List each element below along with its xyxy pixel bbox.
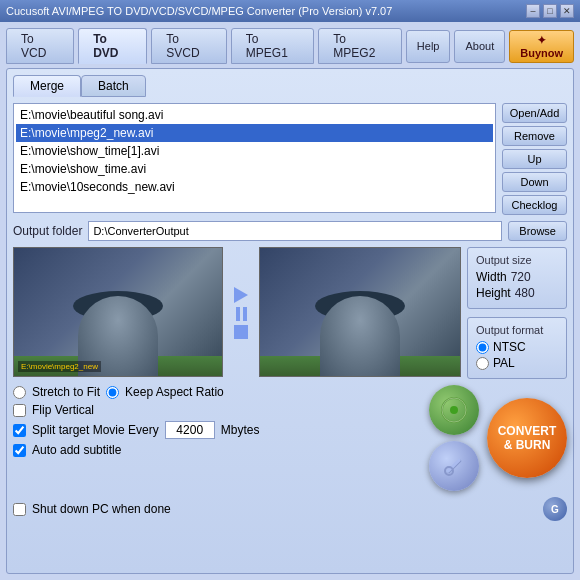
file-list-area: E:\movie\beautiful song.avi E:\movie\mpe… bbox=[13, 103, 567, 215]
pal-radio[interactable] bbox=[476, 357, 489, 370]
inner-tabs: Merge Batch bbox=[13, 75, 567, 97]
corner-logo: G bbox=[543, 497, 567, 521]
tab-batch[interactable]: Batch bbox=[81, 75, 146, 97]
tab-vcd[interactable]: To VCD bbox=[6, 28, 74, 64]
file-item[interactable]: E:\movie\beautiful song.avi bbox=[16, 106, 493, 124]
file-list[interactable]: E:\movie\beautiful song.avi E:\movie\mpe… bbox=[13, 103, 496, 213]
close-button[interactable]: ✕ bbox=[560, 4, 574, 18]
pause-icon[interactable] bbox=[236, 307, 247, 321]
file-item[interactable]: E:\movie\show_time[1].avi bbox=[16, 142, 493, 160]
convert-burn-button[interactable]: CONVERT & BURN bbox=[487, 398, 567, 478]
aspect-radio[interactable] bbox=[106, 386, 119, 399]
file-item-selected[interactable]: E:\movie\mpeg2_new.avi bbox=[16, 124, 493, 142]
help-button[interactable]: Help bbox=[406, 30, 451, 63]
buy-button[interactable]: ✦ Buynow bbox=[509, 30, 574, 63]
maximize-button[interactable]: □ bbox=[543, 4, 557, 18]
content-area: Merge Batch E:\movie\beautiful song.avi … bbox=[6, 68, 574, 574]
tab-merge[interactable]: Merge bbox=[13, 75, 81, 97]
split-value-input[interactable] bbox=[165, 421, 215, 439]
output-folder-input[interactable] bbox=[88, 221, 502, 241]
pause-bar-2 bbox=[243, 307, 247, 321]
down-button[interactable]: Down bbox=[502, 172, 567, 192]
aspect-label: Keep Aspect Ratio bbox=[125, 385, 224, 399]
figure-right bbox=[320, 296, 400, 376]
checklog-button[interactable]: Checklog bbox=[502, 195, 567, 215]
tab-mpeg1[interactable]: To MPEG1 bbox=[231, 28, 315, 64]
flip-label: Flip Vertical bbox=[32, 403, 94, 417]
minimize-button[interactable]: – bbox=[526, 4, 540, 18]
up-button[interactable]: Up bbox=[502, 149, 567, 169]
preview-left: E:\movie\mpeg2_new bbox=[13, 247, 223, 377]
pal-label: PAL bbox=[493, 356, 515, 370]
width-value: 720 bbox=[511, 270, 531, 284]
video-thumbnail-right bbox=[260, 248, 460, 376]
bottom-options: Stretch to Fit Keep Aspect Ratio Flip Ve… bbox=[13, 385, 567, 491]
file-buttons: Open/Add Remove Up Down Checklog bbox=[502, 103, 567, 215]
height-row: Height 480 bbox=[476, 286, 558, 300]
dvd-icon bbox=[440, 396, 468, 424]
ntsc-row: NTSC bbox=[476, 340, 558, 354]
width-label: Width bbox=[476, 270, 507, 284]
preview-settings-row: E:\movie\mpeg2_new bbox=[13, 247, 567, 379]
width-row: Width 720 bbox=[476, 270, 558, 284]
height-label: Height bbox=[476, 286, 511, 300]
shutdown-label: Shut down PC when done bbox=[32, 502, 171, 516]
convert-label-2: & BURN bbox=[504, 438, 551, 452]
stretch-radio[interactable] bbox=[13, 386, 26, 399]
nav-tabs: To VCD To DVD To SVCD To MPEG1 To MPEG2 … bbox=[6, 28, 574, 64]
preview-controls bbox=[229, 247, 253, 379]
play-icon[interactable] bbox=[234, 287, 248, 303]
stretch-aspect-row: Stretch to Fit Keep Aspect Ratio bbox=[13, 385, 421, 399]
file-item[interactable]: E:\movie\show_time.avi bbox=[16, 160, 493, 178]
flip-checkbox[interactable] bbox=[13, 404, 26, 417]
action-area: CONVERT & BURN bbox=[429, 385, 567, 491]
bottom-row: Shut down PC when done G bbox=[13, 497, 567, 521]
remove-button[interactable]: Remove bbox=[502, 126, 567, 146]
open-add-button[interactable]: Open/Add bbox=[502, 103, 567, 123]
wrench-icon bbox=[441, 453, 467, 479]
svg-point-1 bbox=[450, 406, 458, 414]
tab-mpeg2[interactable]: To MPEG2 bbox=[318, 28, 402, 64]
output-folder-label: Output folder bbox=[13, 224, 82, 238]
tab-svcd[interactable]: To SVCD bbox=[151, 28, 227, 64]
side-panel: Output size Width 720 Height 480 Output … bbox=[467, 247, 567, 379]
output-format-title: Output format bbox=[476, 324, 558, 336]
pal-row: PAL bbox=[476, 356, 558, 370]
ntsc-label: NTSC bbox=[493, 340, 526, 354]
title-bar: Cucusoft AVI/MPEG TO DVD/VCD/SVCD/MPEG C… bbox=[0, 0, 580, 22]
output-folder-row: Output folder Browse bbox=[13, 221, 567, 241]
tab-dvd[interactable]: To DVD bbox=[78, 28, 147, 64]
shutdown-row: Shut down PC when done bbox=[13, 502, 171, 516]
output-size-title: Output size bbox=[476, 254, 558, 266]
settings-button[interactable] bbox=[429, 441, 479, 491]
height-value: 480 bbox=[515, 286, 535, 300]
stretch-label: Stretch to Fit bbox=[32, 385, 100, 399]
about-button[interactable]: About bbox=[454, 30, 505, 63]
flip-row: Flip Vertical bbox=[13, 403, 421, 417]
split-row: Split target Movie Every Mbytes bbox=[13, 421, 421, 439]
window-controls: – □ ✕ bbox=[526, 4, 574, 18]
split-label: Split target Movie Every bbox=[32, 423, 159, 437]
nav-right: Help About ✦ Buynow bbox=[406, 30, 574, 63]
file-item[interactable]: E:\movie\10seconds_new.avi bbox=[16, 178, 493, 196]
video-thumbnail-left: E:\movie\mpeg2_new bbox=[14, 248, 222, 376]
mbytes-label: Mbytes bbox=[221, 423, 260, 437]
preview-right bbox=[259, 247, 461, 377]
app-title: Cucusoft AVI/MPEG TO DVD/VCD/SVCD/MPEG C… bbox=[6, 5, 392, 17]
options-left: Stretch to Fit Keep Aspect Ratio Flip Ve… bbox=[13, 385, 421, 457]
video-overlay-left: E:\movie\mpeg2_new bbox=[18, 361, 101, 372]
output-format-panel: Output format NTSC PAL bbox=[467, 317, 567, 379]
circular-buttons bbox=[429, 385, 479, 491]
stop-icon[interactable] bbox=[234, 325, 248, 339]
ntsc-radio[interactable] bbox=[476, 341, 489, 354]
shutdown-checkbox[interactable] bbox=[13, 503, 26, 516]
browse-button[interactable]: Browse bbox=[508, 221, 567, 241]
subtitle-row: Auto add subtitle bbox=[13, 443, 421, 457]
subtitle-checkbox[interactable] bbox=[13, 444, 26, 457]
split-checkbox[interactable] bbox=[13, 424, 26, 437]
subtitle-label: Auto add subtitle bbox=[32, 443, 121, 457]
main-container: To VCD To DVD To SVCD To MPEG1 To MPEG2 … bbox=[0, 22, 580, 580]
pause-bar-1 bbox=[236, 307, 240, 321]
dvd-burn-button[interactable] bbox=[429, 385, 479, 435]
output-size-panel: Output size Width 720 Height 480 bbox=[467, 247, 567, 309]
